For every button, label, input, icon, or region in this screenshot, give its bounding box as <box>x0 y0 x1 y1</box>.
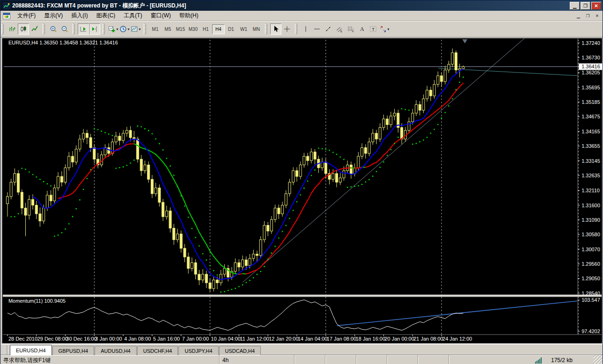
svg-text:21 Jan 08:00: 21 Jan 08:00 <box>413 336 443 342</box>
toolbar-grip[interactable] <box>265 24 267 34</box>
tab-scroll-grip[interactable] <box>5 345 8 355</box>
toolbar-grip[interactable] <box>1 24 4 34</box>
menu-view[interactable]: 显示(V) <box>40 10 67 21</box>
toolbar-grip[interactable] <box>144 24 146 34</box>
equidistant-channel-button[interactable]: E <box>334 23 345 35</box>
tf-d1[interactable]: D1 <box>225 24 237 34</box>
tf-h1[interactable]: H1 <box>199 24 212 34</box>
menu-window[interactable]: 窗口(W) <box>147 10 175 21</box>
crosshair-icon <box>283 25 291 33</box>
status-help-text: 寻求帮助,请按F1键 <box>0 355 220 364</box>
tf-w1[interactable]: W1 <box>237 24 250 34</box>
tab-eurusd[interactable]: EURUSD,H4 <box>10 345 52 355</box>
momentum-label: Momentum(11) 100.9405 <box>8 298 66 304</box>
tf-h4[interactable]: H4 <box>212 24 225 34</box>
bar-chart-button[interactable] <box>7 23 18 35</box>
svg-text:10 Jan 04:00: 10 Jan 04:00 <box>211 336 241 342</box>
restore-button[interactable]: ❐ <box>581 2 590 10</box>
cursor-button[interactable] <box>270 23 281 35</box>
text-button[interactable]: A <box>356 23 368 35</box>
svg-text:12 Jan 20:00: 12 Jan 20:00 <box>269 336 298 342</box>
svg-text:5 Jan 16:00: 5 Jan 16:00 <box>153 336 180 342</box>
svg-text:1.32635: 1.32635 <box>581 173 600 178</box>
trendline-icon <box>324 25 332 33</box>
status-cell-3 <box>356 355 387 364</box>
status-cell-5 <box>418 355 449 364</box>
toolbar-group <box>269 22 294 36</box>
svg-text:11 Jan 12:00: 11 Jan 12:00 <box>240 336 269 342</box>
new-order-button[interactable]: ▾ <box>108 23 119 35</box>
toolbar-grip[interactable] <box>295 24 297 34</box>
tab-audusd[interactable]: AUDUSD,H4 <box>95 346 137 355</box>
dropdown-arrow-icon: ▾ <box>127 27 129 31</box>
periods-button[interactable]: ▾ <box>119 23 130 35</box>
fibonacci-button[interactable]: F <box>345 23 356 35</box>
new-order-icon <box>108 25 116 33</box>
svg-text:29 Dec 08:00: 29 Dec 08:00 <box>37 336 68 342</box>
svg-text:1.33145: 1.33145 <box>581 158 600 164</box>
tab-usdcad[interactable]: USDCAD,H4 <box>219 346 261 355</box>
auto-scroll-icon <box>80 25 87 33</box>
zoom-in-button[interactable] <box>48 23 59 35</box>
menu-help[interactable]: 帮助(H) <box>175 10 203 21</box>
svg-text:1.35185: 1.35185 <box>581 99 600 105</box>
svg-text:28 Dec 2010: 28 Dec 2010 <box>8 336 37 342</box>
resize-grip[interactable] <box>593 355 603 364</box>
menu-charts[interactable]: 图表(C) <box>92 10 120 21</box>
price-chart[interactable]: 1.372401.367301.362051.356951.351851.346… <box>2 38 603 344</box>
line-chart-button[interactable] <box>29 23 40 35</box>
tf-m1[interactable]: M1 <box>149 24 162 34</box>
line-chart-icon <box>31 25 38 33</box>
arrows-button[interactable]: ▾ <box>379 23 390 35</box>
dropdown-arrow-icon: ▾ <box>139 27 140 31</box>
svg-text:30 Dec 16:00: 30 Dec 16:00 <box>66 336 97 342</box>
crosshair-button[interactable] <box>281 23 293 35</box>
svg-text:1.37240: 1.37240 <box>581 40 600 46</box>
svg-text:1.36416: 1.36416 <box>581 64 600 69</box>
toolbar-grip[interactable] <box>43 24 45 34</box>
text-label-button[interactable]: T <box>368 23 379 35</box>
tf-m5[interactable]: M5 <box>162 24 174 34</box>
zoom-out-button[interactable] <box>59 23 70 35</box>
svg-text:97.4202: 97.4202 <box>581 328 600 334</box>
time-axis[interactable]: 28 Dec 201029 Dec 08:0030 Dec 16:003 Jan… <box>7 335 472 342</box>
status-profile[interactable]: 4h <box>220 355 294 364</box>
panel-divider[interactable] <box>3 295 602 297</box>
menu-file[interactable]: 文件(F) <box>13 10 40 21</box>
chart-close-button[interactable]: ✕ <box>593 12 601 19</box>
dropdown-arrow-icon: ▾ <box>387 27 389 31</box>
svg-text:1.35695: 1.35695 <box>581 85 600 90</box>
chart-window-icon <box>3 13 10 19</box>
menu-insert[interactable]: 插入(I) <box>67 10 92 21</box>
menu-tools[interactable]: 工具(T) <box>119 10 146 21</box>
svg-text:1.36730: 1.36730 <box>581 55 600 60</box>
tf-mn[interactable]: MN <box>250 24 263 34</box>
tf-m30[interactable]: M30 <box>187 24 199 34</box>
tf-m15[interactable]: M15 <box>174 24 187 34</box>
toolbar-grip[interactable] <box>73 24 75 34</box>
candlestick-button[interactable] <box>18 23 29 35</box>
dropdown-arrow-icon: ▾ <box>116 27 118 31</box>
tab-usdjpy[interactable]: USDJPY,H4 <box>178 346 218 355</box>
tab-gbpusd[interactable]: GBPUSD,H4 <box>52 346 95 355</box>
tab-usdchf[interactable]: USDCHF,H4 <box>137 346 178 355</box>
toolbar-group: M1M5M15M30H1H4D1W1MN <box>147 22 264 36</box>
svg-text:1.31090: 1.31090 <box>581 217 600 223</box>
chart-restore-button[interactable]: ❐ <box>584 12 592 19</box>
vertical-line-button[interactable] <box>300 23 311 35</box>
svg-text:E: E <box>340 30 342 33</box>
svg-text:1.32110: 1.32110 <box>581 188 600 193</box>
close-button[interactable]: ✕ <box>591 2 601 10</box>
templates-button[interactable]: ▾ <box>130 23 141 35</box>
toolbar: ▾▾▾M1M5M15M30H1H4D1W1MNEFAT▾ <box>0 21 603 37</box>
chart-minimize-button[interactable]: ▁ <box>574 12 582 19</box>
auto-scroll-button[interactable] <box>78 23 89 35</box>
toolbar-group <box>76 22 102 36</box>
chart-shift-button[interactable] <box>89 23 100 35</box>
toolbar-grip[interactable] <box>103 24 105 34</box>
text-icon: A <box>358 25 366 33</box>
trendline-button[interactable] <box>323 23 334 35</box>
minimize-button[interactable]: ▁ <box>570 2 580 10</box>
fibonacci-icon: F <box>347 25 354 33</box>
horizontal-line-button[interactable] <box>311 23 323 35</box>
